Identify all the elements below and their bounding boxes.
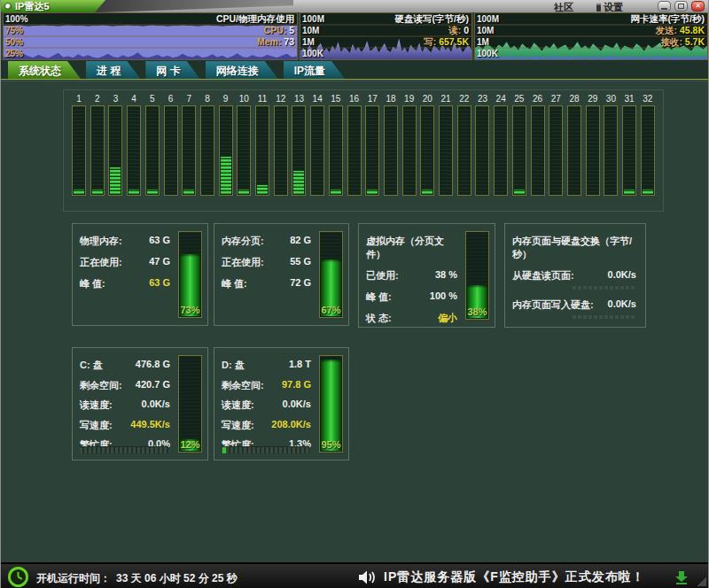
tab-ip-traffic[interactable]: IP流量 <box>284 61 345 79</box>
core-number: 32 <box>643 93 652 105</box>
stat-row: 写速度:449.5K/s <box>80 419 170 432</box>
cpu-core-20: 20 <box>419 93 435 208</box>
disk-d-busy-meter <box>222 446 309 453</box>
core-number: 3 <box>113 93 119 105</box>
stat-value: 55 G <box>290 256 311 269</box>
core-number: 29 <box>588 93 597 105</box>
cpu-core-11: 11 <box>254 93 270 208</box>
speaker-icon <box>358 569 378 585</box>
cpu-core-1: 1 <box>71 93 87 208</box>
stat-value: 449.5K/s <box>130 419 170 432</box>
stat-value: 97.8 G <box>282 379 311 392</box>
minimize-button[interactable] <box>658 1 671 12</box>
stat-value: 420.7 G <box>136 379 170 392</box>
cpu-core-13: 13 <box>291 93 307 208</box>
stat-value: 偏小 <box>438 312 457 325</box>
core-number: 9 <box>223 93 229 105</box>
cpu-core-32: 32 <box>640 93 656 208</box>
stat-label: 内存分页: <box>222 235 264 248</box>
stat-row: 已使用:38 % <box>366 269 457 282</box>
core-number: 6 <box>168 93 174 105</box>
cpu-label: CPU: <box>264 25 287 35</box>
cpu-core-18: 18 <box>383 93 399 208</box>
stat-label: D: 盘 <box>222 359 245 372</box>
cpu-core-6: 6 <box>163 93 179 208</box>
stat-label: 峰 值: <box>80 277 105 290</box>
stat-label: 状 态: <box>366 312 392 325</box>
app-window: IP雷达5 社区 设置 ✕ 100% 75% 50% 25% CPU/物理内存使… <box>0 0 709 588</box>
recv-value: 5.7K <box>685 36 705 47</box>
cpu-core-28: 28 <box>566 93 582 208</box>
title-badge: IP雷达5 <box>1 0 105 12</box>
core-number: 15 <box>331 93 340 105</box>
core-usage-bar <box>475 105 489 196</box>
cpu-core-2: 2 <box>90 93 105 208</box>
title-bar: IP雷达5 社区 设置 ✕ <box>1 0 708 12</box>
bar-percent-label: 73% <box>179 305 201 315</box>
scale-label: 50% <box>5 36 23 48</box>
stat-value: 63 G <box>149 235 170 248</box>
stat-label: 剩余空间: <box>80 379 122 392</box>
bar-percent-label: 12% <box>179 439 201 450</box>
cpu-cores-panel: 1234567891011121314151617181920212223242… <box>63 89 664 212</box>
uptime-label: 开机运行时间： <box>36 572 111 584</box>
scale-label: 100M <box>477 13 499 25</box>
close-button[interactable]: ✕ <box>691 1 705 12</box>
swap-meter-strip <box>573 286 636 290</box>
disk-d-panel: D: 盘1.8 T剩余空间:97.8 G读速度:0.0K/s写速度:208.0K… <box>214 347 349 460</box>
stat-label: 从硬盘读页面: <box>512 269 574 282</box>
cpu-core-25: 25 <box>511 93 527 208</box>
stat-row: 剩余空间:420.7 G <box>80 379 170 392</box>
scale-label: 1M <box>302 36 315 48</box>
stat-row: C: 盘476.8 G <box>80 359 170 372</box>
core-usage-bar <box>512 105 526 196</box>
maximize-button[interactable] <box>674 1 688 12</box>
core-number: 28 <box>569 93 579 105</box>
download-icon[interactable] <box>674 570 689 584</box>
core-usage-bar <box>494 105 508 196</box>
core-number: 12 <box>276 93 285 105</box>
cpu-core-16: 16 <box>347 93 362 208</box>
disk-write-label: 写: <box>424 36 436 47</box>
scale-label: 10M <box>302 25 319 36</box>
busy-segment <box>222 447 226 453</box>
tab-nic[interactable]: 网 卡 <box>145 61 199 79</box>
stat-value: 1.8 T <box>289 359 311 372</box>
core-number: 24 <box>496 93 506 105</box>
disk-c-busy-meter <box>80 446 168 453</box>
core-usage-bar <box>567 105 581 196</box>
announcement-text[interactable]: IP雷达服务器版《F监控助手》正式发布啦！ <box>384 569 645 585</box>
core-number: 14 <box>313 93 323 105</box>
stat-value: 82 G <box>290 235 311 248</box>
stat-row: 峰 值:100 % <box>366 290 457 304</box>
core-number: 30 <box>606 93 616 105</box>
recv-label: 接收: <box>660 36 682 47</box>
bar-percent-label: 95% <box>320 439 342 450</box>
stat-label: 剩余空间: <box>222 379 264 392</box>
tab-processes[interactable]: 进 程 <box>86 61 140 79</box>
core-usage-bar <box>402 105 417 196</box>
stat-label: 正在使用: <box>80 256 122 269</box>
window-buttons: ✕ <box>658 1 705 12</box>
stat-row: 写速度:208.0K/s <box>222 419 311 432</box>
core-usage-bar <box>531 105 545 196</box>
tab-network-connections[interactable]: 网络连接 <box>206 61 278 79</box>
memory-paging-bar: 67% <box>319 231 343 318</box>
scale-label: 100K <box>477 48 498 59</box>
core-number: 27 <box>551 93 561 105</box>
stat-label: 写速度: <box>222 419 254 432</box>
uptime-clock-icon <box>8 567 28 587</box>
cpu-value: 5 <box>289 25 294 35</box>
cpu-core-3: 3 <box>107 93 123 208</box>
core-usage-bar <box>457 105 471 196</box>
stat-row: 物理内存:63 G <box>80 235 170 248</box>
title-swoosh-decoration <box>90 0 293 12</box>
stat-label: 读速度: <box>80 398 113 412</box>
settings-icon <box>596 4 601 12</box>
cpu-core-17: 17 <box>364 93 380 208</box>
core-number: 7 <box>186 93 191 105</box>
tab-system-status[interactable]: 系统状态 <box>8 61 81 79</box>
disk-d-usage-bar: 95% <box>319 355 343 453</box>
scale-label: 100% <box>5 13 28 25</box>
resize-grip[interactable] <box>697 577 706 586</box>
